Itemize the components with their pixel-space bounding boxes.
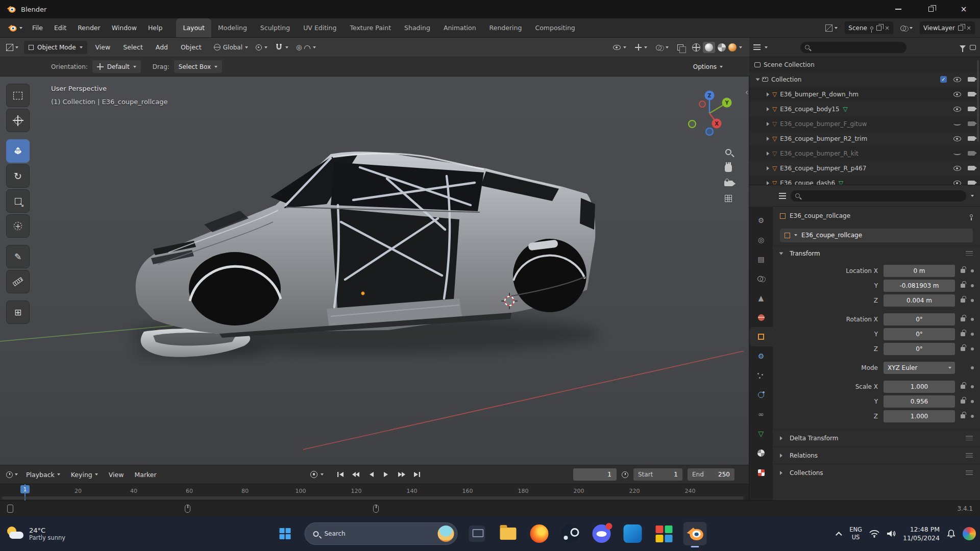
disclosure-triangle-icon[interactable] xyxy=(756,78,760,81)
scale-y-field[interactable]: 0.956 xyxy=(884,395,955,408)
menu-render[interactable]: Render xyxy=(72,18,106,37)
animate-dot-icon[interactable] xyxy=(971,284,974,287)
panel-grip-icon[interactable] xyxy=(966,436,973,440)
lock-icon[interactable] xyxy=(961,298,965,303)
menu-add[interactable]: Add xyxy=(151,43,173,51)
transform-panel-header[interactable]: Transform xyxy=(773,245,980,261)
object-visibility-dropdown[interactable] xyxy=(613,45,626,50)
show-gizmo-toggle[interactable] xyxy=(635,44,647,51)
measure-tool[interactable] xyxy=(6,270,30,293)
tab-animation[interactable]: Animation xyxy=(437,18,483,37)
menu-playback[interactable]: Playback xyxy=(21,471,65,479)
animate-dot-icon[interactable] xyxy=(971,347,974,350)
disable-in-renders-icon[interactable] xyxy=(968,107,975,111)
jump-to-start-button[interactable] xyxy=(334,469,347,480)
rotation-mode-dropdown[interactable]: XYZ Euler xyxy=(884,362,955,374)
3d-viewport[interactable]: User Perspective (1) Collection | E36_co… xyxy=(0,77,749,465)
scene-selector[interactable]: Scene × xyxy=(845,21,893,34)
file-explorer-icon[interactable] xyxy=(497,522,520,545)
tab-texture-paint[interactable]: Texture Paint xyxy=(343,18,398,37)
outliner-search[interactable] xyxy=(800,42,906,53)
pan-hand-icon[interactable] xyxy=(725,164,732,172)
collection-checkbox[interactable]: ✓ xyxy=(940,76,947,83)
notification-bell-icon[interactable] xyxy=(947,529,955,538)
play-reverse-button[interactable] xyxy=(364,469,378,480)
animate-dot-icon[interactable] xyxy=(971,415,974,418)
outliner-row-object[interactable]: ▽ E36_coupe_bumper_R2_trim xyxy=(749,131,980,146)
menu-file[interactable]: File xyxy=(27,18,48,37)
disable-in-renders-icon[interactable] xyxy=(968,77,975,82)
firefox-icon[interactable] xyxy=(528,522,551,545)
zoom-icon[interactable] xyxy=(725,149,731,155)
animate-dot-icon[interactable] xyxy=(971,400,974,403)
relations-panel[interactable]: Relations xyxy=(773,446,980,464)
steam-icon[interactable] xyxy=(559,522,582,545)
outliner-search-input[interactable] xyxy=(813,44,902,51)
taskbar-icon-window[interactable] xyxy=(465,522,489,545)
collections-panel[interactable]: Collections xyxy=(773,464,980,481)
ortho-grid-icon[interactable] xyxy=(725,195,732,202)
volume-icon[interactable] xyxy=(887,530,896,538)
hide-in-viewport-icon[interactable] xyxy=(953,92,961,97)
tab-physics-properties[interactable] xyxy=(749,385,773,405)
properties-editor-icon[interactable] xyxy=(779,193,786,199)
panel-grip-icon[interactable] xyxy=(966,251,973,256)
lock-icon[interactable] xyxy=(961,284,965,288)
timeline-ruler[interactable]: 20 40 60 80 100 120 140 160 180 200 220 … xyxy=(0,484,749,500)
rotation-x-field[interactable]: 0° xyxy=(884,313,955,325)
outliner-editor-icon[interactable] xyxy=(753,44,761,50)
tab-object-properties[interactable] xyxy=(749,327,773,346)
start-frame-field[interactable]: Start 1 xyxy=(633,468,682,481)
outliner-row-object[interactable]: ▽ E36_bumper_R_down_hm xyxy=(749,87,980,102)
menu-keying[interactable]: Keying xyxy=(66,471,103,479)
location-z-field[interactable]: 0.004 m xyxy=(884,294,955,307)
transform-tool[interactable] xyxy=(6,214,30,238)
outliner-row-object[interactable]: ▽ E36_coupe_bumper_F_gituw xyxy=(749,116,980,131)
viewlayer-selector[interactable]: ViewLayer × xyxy=(920,21,975,34)
hidden-eye-icon[interactable] xyxy=(953,122,961,126)
wireframe-shading-button[interactable] xyxy=(692,43,700,52)
hidden-eye-icon[interactable] xyxy=(953,152,961,155)
outliner-row-object[interactable]: ▽ E36_coupe_dash6 ▽ xyxy=(749,176,980,185)
lock-icon[interactable] xyxy=(961,414,965,418)
panel-grip-icon[interactable] xyxy=(966,453,973,458)
animate-dot-icon[interactable] xyxy=(971,299,974,302)
clock-widget[interactable]: 12:48 PM 11/05/2024 xyxy=(903,525,940,543)
filter-icon[interactable] xyxy=(960,45,966,49)
rotation-y-field[interactable]: 0° xyxy=(884,328,955,340)
blender-menu-button[interactable] xyxy=(3,18,27,37)
outliner-row-object[interactable]: ▽ E36_coupe_bumper_R_kit xyxy=(749,146,980,161)
lock-icon[interactable] xyxy=(961,332,965,336)
menu-view[interactable]: View xyxy=(91,43,115,51)
weather-widget[interactable]: 24°C Partly sunny xyxy=(6,525,65,542)
outliner-scrollbar[interactable] xyxy=(977,60,979,142)
new-collection-icon[interactable] xyxy=(970,45,976,50)
disclosure-triangle-icon[interactable] xyxy=(767,122,769,126)
play-button[interactable] xyxy=(380,469,393,480)
new-viewlayer-icon[interactable] xyxy=(958,26,963,31)
animate-dot-icon[interactable] xyxy=(971,366,974,369)
grid-app-icon[interactable] xyxy=(652,522,676,545)
tab-scene-properties[interactable]: ▲ xyxy=(749,288,773,308)
menu-help[interactable]: Help xyxy=(142,18,168,37)
wifi-icon[interactable] xyxy=(869,530,879,538)
tab-material-properties[interactable] xyxy=(749,443,773,463)
solid-shading-button[interactable] xyxy=(703,42,715,53)
outliner-row-object[interactable]: ▽ E36_coupe_body15 ▽ xyxy=(749,102,980,116)
camera-view-icon[interactable] xyxy=(724,181,733,186)
tab-layout[interactable]: Layout xyxy=(176,18,211,37)
tab-modeling[interactable]: Modeling xyxy=(211,18,254,37)
scale-x-field[interactable]: 1.000 xyxy=(884,381,955,393)
select-box-tool[interactable] xyxy=(6,84,30,107)
outliner-row-object[interactable]: ▽ E36_coupe_bumper_R_p467 xyxy=(749,161,980,176)
disclosure-triangle-icon[interactable] xyxy=(767,152,769,156)
colorful-tray-app-icon[interactable] xyxy=(963,527,976,540)
location-y-field[interactable]: -0.081903 m xyxy=(884,280,955,292)
navigation-gizmo[interactable]: Z Y X xyxy=(684,88,735,139)
hide-in-viewport-icon[interactable] xyxy=(953,77,961,82)
restore-button[interactable] xyxy=(915,0,947,18)
minimize-button[interactable] xyxy=(882,0,915,18)
move-tool[interactable] xyxy=(6,139,30,163)
menu-marker[interactable]: Marker xyxy=(130,471,161,479)
tab-constraint-properties[interactable]: ∞ xyxy=(749,405,773,424)
